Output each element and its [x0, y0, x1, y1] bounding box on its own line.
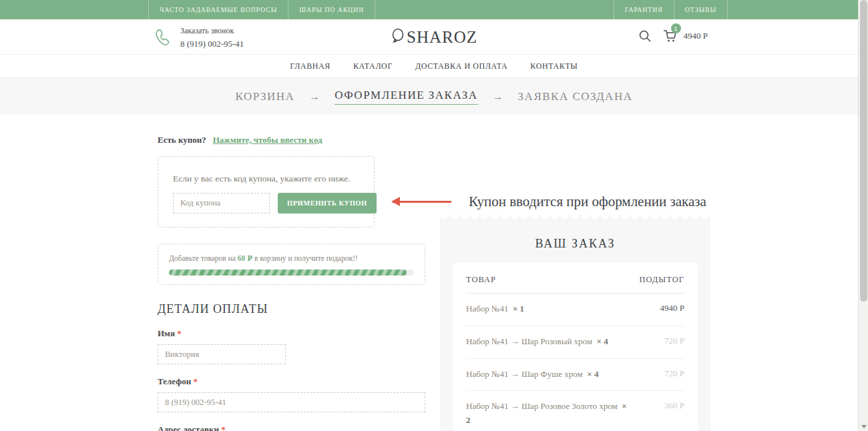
receipt-scallop-edge	[440, 215, 710, 221]
coupon-annotation: Купон вводится при оформлении заказа	[393, 193, 706, 210]
gift-progress-fill	[169, 270, 407, 276]
logo-text: SHAROZ	[407, 28, 477, 47]
cart-button[interactable]: 1 4940 Р	[662, 29, 708, 43]
topbar: ЧАСТО ЗАДАВАЕМЫЕ ВОПРОСЫ ШАРЫ ПО АКЦИИ Г…	[0, 0, 868, 19]
order-table-header: ТОВАР ПОДЫТОГ	[466, 266, 684, 294]
site-logo[interactable]: SHAROZ	[0, 19, 868, 55]
item-name-text: Набор №41	[466, 304, 508, 314]
gift-amount: 60 ₽	[238, 254, 252, 262]
site-header: Заказать звонок 8 (919) 002-95-41 SHAROZ	[0, 19, 868, 55]
order-item-row: Набор №41 → Шар Фуше хром × 4 720 Р	[466, 359, 684, 392]
cart-total: 4940 Р	[684, 31, 708, 41]
coupon-box: Если у вас есть код купона, укажите его …	[158, 156, 375, 228]
order-summary-panel: ВАШ ЗАКАЗ ТОВАР ПОДЫТОГ Набор №41 × 1 49…	[440, 215, 710, 431]
coupon-question-row: Есть купон? Нажмите, чтобы ввести код	[158, 133, 710, 145]
order-item-price: 720 Р	[664, 368, 684, 379]
step-checkout-current: ОФОРМЛЕНИЕ ЗАКАЗА	[335, 89, 477, 105]
nav-item-delivery[interactable]: ДОСТАВКА И ОПЛАТА	[415, 61, 507, 71]
item-qty: × 4	[587, 369, 598, 379]
gift-text-after: в корзину и получите подарок!!	[252, 254, 358, 262]
field-phone-label-text: Телефон	[158, 376, 191, 386]
topbar-left-links: ЧАСТО ЗАДАВАЕМЫЕ ВОПРОСЫ ШАРЫ ПО АКЦИИ	[148, 0, 375, 19]
order-item-price: 360 Р	[664, 400, 684, 411]
field-name-label-text: Имя	[158, 328, 175, 338]
coupon-toggle-link[interactable]: Нажмите, чтобы ввести код	[213, 135, 322, 145]
topbar-link-warranty[interactable]: ГАРАНТИЯ	[614, 0, 674, 19]
checkout-page: ЧАСТО ЗАДАВАЕМЫЕ ВОПРОСЫ ШАРЫ ПО АКЦИИ Г…	[0, 0, 868, 431]
order-item-name: Набор №41 → Шар Розовый хром × 4	[466, 335, 608, 349]
nav-item-home[interactable]: ГЛАВНАЯ	[290, 61, 331, 71]
step-cart[interactable]: КОРЗИНА	[236, 90, 295, 103]
order-item-row: Набор №41 → Шар Розовое Золото хром × 2 …	[466, 391, 684, 431]
field-address-label-text: Адрес доставки	[158, 424, 219, 431]
order-item-price: 4940 Р	[660, 302, 684, 314]
balloon-logo-icon	[391, 28, 405, 47]
item-name-text: Набор №41 → Шар Фуше хром	[466, 369, 583, 379]
order-item-name: Набор №41 × 1	[466, 302, 524, 316]
phone-input[interactable]	[158, 392, 425, 412]
order-item-name: Набор №41 → Шар Фуше хром × 4	[466, 368, 599, 382]
col-subtotal: ПОДЫТОГ	[639, 275, 684, 285]
gift-progress-box: Добавьте товаров на 60 ₽ в корзину и пол…	[158, 244, 425, 285]
search-icon[interactable]	[638, 29, 652, 43]
required-mark: *	[193, 376, 198, 386]
topbar-right-links: ГАРАНТИЯ ОТЗЫВЫ	[614, 0, 728, 19]
item-qty: × 4	[597, 336, 608, 346]
step-order-created: ЗАЯВКА СОЗДАНА	[518, 90, 633, 103]
main-content: Есть купон? Нажмите, чтобы ввести код Ес…	[158, 115, 710, 431]
checkout-steps: КОРЗИНА → ОФОРМЛЕНИЕ ЗАКАЗА → ЗАЯВКА СОЗ…	[0, 78, 868, 115]
order-item-row: Набор №41 → Шар Розовый хром × 4 720 Р	[466, 326, 684, 359]
scrollbar-down-arrow-icon[interactable]	[861, 425, 867, 428]
order-item-row: Набор №41 × 1 4940 Р	[466, 294, 684, 326]
topbar-link-sale-balloons[interactable]: ШАРЫ ПО АКЦИИ	[288, 0, 375, 19]
order-summary-title: ВАШ ЗАКАЗ	[440, 237, 710, 251]
col-product: ТОВАР	[466, 275, 496, 285]
coupon-question-label: Есть купон?	[158, 135, 206, 145]
coupon-code-input[interactable]	[173, 193, 270, 213]
order-item-price: 720 Р	[664, 335, 684, 346]
nav-item-catalog[interactable]: КАТАЛОГ	[353, 61, 393, 71]
coupon-hint-text: Если у вас есть код купона, укажите его …	[173, 173, 359, 184]
item-name-text: Набор №41 → Шар Розовое Золото хром	[466, 401, 618, 411]
topbar-link-reviews[interactable]: ОТЗЫВЫ	[674, 0, 728, 19]
name-input[interactable]	[158, 344, 286, 364]
header-actions: 1 4940 Р	[638, 29, 708, 43]
required-mark: *	[177, 328, 182, 338]
arrow-left-icon	[393, 201, 451, 203]
order-item-name: Набор №41 → Шар Розовое Золото хром × 2	[466, 400, 633, 428]
step-arrow-icon: →	[493, 91, 503, 103]
topbar-link-faq[interactable]: ЧАСТО ЗАДАВАЕМЫЕ ВОПРОСЫ	[148, 0, 288, 19]
annotation-text: Купон вводится при оформлении заказа	[469, 193, 706, 210]
main-nav: ГЛАВНАЯ КАТАЛОГ ДОСТАВКА И ОПЛАТА КОНТАК…	[0, 55, 868, 78]
gift-progress-track	[169, 270, 414, 276]
item-name-text: Набор №41 → Шар Розовый хром	[466, 336, 592, 346]
step-arrow-icon: →	[309, 91, 320, 103]
order-summary-card: ТОВАР ПОДЫТОГ Набор №41 × 1 4940 Р Набор…	[453, 263, 698, 431]
apply-coupon-button[interactable]: ПРИМЕНИТЬ КУПОН	[278, 193, 377, 213]
gift-progress-text: Добавьте товаров на 60 ₽ в корзину и пол…	[169, 254, 414, 263]
required-mark: *	[221, 424, 226, 431]
scrollbar[interactable]	[858, 0, 868, 431]
gift-text-before: Добавьте товаров на	[169, 254, 238, 262]
cart-count-badge: 1	[671, 23, 681, 33]
scrollbar-thumb[interactable]	[860, 0, 867, 302]
item-qty: × 1	[513, 304, 524, 314]
nav-item-contacts[interactable]: КОНТАКТЫ	[530, 61, 578, 71]
